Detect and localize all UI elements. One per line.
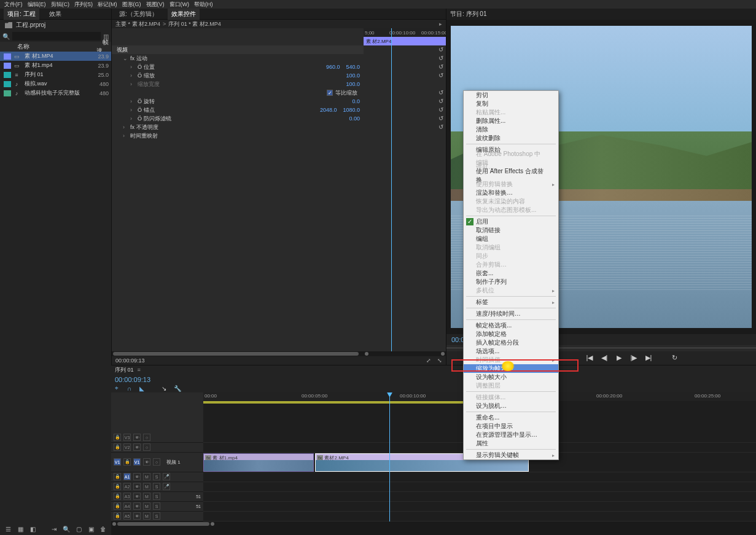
icon-view-icon[interactable]: ▦ bbox=[16, 526, 25, 533]
menu-graphic[interactable]: 图形(G) bbox=[120, 1, 143, 9]
ec-scrollbar[interactable] bbox=[112, 351, 364, 356]
sync-lock-icon[interactable]: ○ bbox=[143, 443, 150, 451]
voiceover-icon[interactable]: 🎤 bbox=[163, 483, 170, 490]
ec-uniform-scale[interactable]: ✓等比缩放 bbox=[112, 88, 364, 97]
eye-icon[interactable]: 👁 bbox=[133, 434, 141, 441]
track-lane-a1[interactable] bbox=[203, 472, 756, 482]
reset-icon[interactable]: ↺ bbox=[437, 123, 445, 131]
ctx-properties[interactable]: 属性 bbox=[464, 439, 558, 448]
track-header-v3[interactable]: 🔒V3👁○ bbox=[111, 433, 203, 443]
timeline-h-scrollbar[interactable] bbox=[111, 521, 756, 526]
twirl-icon[interactable]: › bbox=[130, 98, 136, 104]
track-header-a1[interactable]: 🔒A1👁MS🎤 bbox=[111, 472, 203, 482]
ec-antiflicker[interactable]: ›Ö 防闪烁滤镜0.00 bbox=[112, 114, 364, 123]
twirl-icon[interactable]: › bbox=[130, 64, 136, 70]
ctx-make-offline[interactable]: 设为脱机… bbox=[464, 402, 558, 410]
lock-icon[interactable]: 🔒 bbox=[114, 483, 121, 490]
ec-rotation[interactable]: ›Ö 旋转0.0 bbox=[112, 97, 364, 106]
anchor-y-value[interactable]: 1080.0 bbox=[343, 107, 360, 113]
track-lane-a2[interactable] bbox=[203, 482, 756, 492]
ec-sequence-clip[interactable]: 序列 01 * 素 材2.MP4 bbox=[168, 20, 221, 28]
ctx-unlink[interactable]: 取消链接 bbox=[464, 226, 558, 235]
scrollbar-thumb[interactable] bbox=[117, 522, 209, 526]
lock-icon[interactable]: 🔒 bbox=[114, 512, 121, 520]
pos-y-value[interactable]: 540.0 bbox=[346, 64, 360, 70]
goto-out-icon[interactable]: ▶| bbox=[644, 354, 653, 362]
track-header-a2[interactable]: 🔒A2👁MS🎤 bbox=[111, 482, 203, 492]
lock-icon[interactable]: 🔒 bbox=[114, 493, 121, 500]
lock-icon[interactable]: 🔒 bbox=[123, 458, 131, 466]
clip-context-menu[interactable]: 剪切 复制 粘贴属性... 删除属性... 清除 波纹删除 编辑原始 在 Ado… bbox=[463, 90, 559, 460]
ec-anchor[interactable]: ›Ö 锚点2048.01080.0 bbox=[112, 106, 364, 114]
menu-file[interactable]: 文件(F) bbox=[2, 1, 25, 9]
bin-item[interactable]: ▭素 材1.mp423.9 bbox=[0, 61, 111, 70]
ctx-clear[interactable]: 清除 bbox=[464, 125, 558, 134]
ctx-ripple-delete[interactable]: 波纹删除 bbox=[464, 134, 558, 143]
list-view-icon[interactable]: ☰ bbox=[4, 526, 12, 533]
timeline-clip[interactable]: fx 素 材1.mp4 bbox=[203, 453, 314, 472]
main-menubar[interactable]: 文件(F) 编辑(E) 剪辑(C) 序列(S) 标记(M) 图形(G) 视图(V… bbox=[0, 0, 756, 9]
track-target[interactable]: A3 bbox=[123, 493, 131, 500]
menu-view[interactable]: 视图(V) bbox=[144, 1, 166, 9]
find-icon[interactable]: 🔍 bbox=[62, 526, 71, 533]
twirl-icon[interactable]: › bbox=[130, 115, 136, 122]
freeform-view-icon[interactable]: ◧ bbox=[28, 526, 37, 533]
timeline-tab-menu-icon[interactable]: ≡ bbox=[138, 367, 141, 373]
lock-icon[interactable]: 🔒 bbox=[114, 502, 121, 510]
scrollbar-handle[interactable] bbox=[365, 352, 368, 356]
ctx-enable[interactable]: ✓启用 bbox=[464, 217, 558, 226]
lock-icon[interactable]: 🔒 bbox=[114, 473, 121, 480]
tab-timeline-sequence[interactable]: 序列 01 bbox=[115, 366, 134, 374]
pos-x-value[interactable]: 960.0 bbox=[326, 64, 340, 70]
track-lane-a5[interactable] bbox=[203, 512, 756, 521]
ec-zoom-icon[interactable]: ⤡ bbox=[437, 357, 442, 364]
mute-icon[interactable]: M bbox=[143, 512, 150, 520]
eye-icon[interactable]: 👁 bbox=[143, 458, 150, 466]
ec-master-clip[interactable]: 主要 * 素 材2.MP4 bbox=[115, 20, 160, 28]
track-target[interactable]: A2 bbox=[123, 483, 131, 490]
solo-icon[interactable]: S bbox=[153, 483, 160, 490]
eye-icon[interactable]: 👁 bbox=[133, 483, 141, 490]
track-header-a3[interactable]: 🔒A3👁MS51 bbox=[111, 492, 203, 502]
export-frame-icon[interactable]: ↻ bbox=[669, 354, 679, 362]
bin-item[interactable]: ♪动感科技电子乐完整版480 bbox=[0, 88, 111, 98]
menu-sequence[interactable]: 序列(S) bbox=[72, 1, 95, 9]
reset-icon[interactable]: ↺ bbox=[437, 114, 445, 123]
track-header-a5[interactable]: 🔒A5👁MS bbox=[111, 512, 203, 521]
timeline-timecode[interactable]: 00:00:09:13 bbox=[111, 375, 756, 385]
ctx-cut[interactable]: 剪切 bbox=[464, 91, 558, 100]
insert-icon[interactable]: ↘ bbox=[162, 385, 169, 392]
ctx-rename[interactable]: 重命名... bbox=[464, 413, 558, 422]
ctx-replace-ae[interactable]: 使用 After Effects 合成替换 bbox=[464, 171, 558, 180]
bin-item[interactable]: ≡序列 0125.0 bbox=[0, 70, 111, 79]
ec-zoom-icon[interactable]: ⤢ bbox=[426, 357, 431, 364]
ec-mini-ruler[interactable]: 5;00 00:00:10:00 00:00:15:00 bbox=[364, 28, 446, 37]
ctx-group[interactable]: 编组 bbox=[464, 235, 558, 243]
tab-project[interactable]: 项目: 工程 bbox=[4, 9, 39, 20]
new-item-icon[interactable]: ▣ bbox=[87, 526, 95, 533]
reset-icon[interactable]: ↺ bbox=[437, 71, 445, 80]
sync-lock-icon[interactable]: ○ bbox=[153, 458, 160, 466]
ctx-reveal-in-project[interactable]: 在项目中显示 bbox=[464, 422, 558, 431]
menu-help[interactable]: 帮助(H) bbox=[192, 1, 215, 9]
tab-source-monitor[interactable]: 源:（无剪辑） bbox=[115, 9, 162, 20]
eye-icon[interactable]: 👁 bbox=[133, 502, 141, 510]
marker-tool-icon[interactable]: ◣ bbox=[139, 385, 147, 392]
lock-icon[interactable]: 🔒 bbox=[114, 443, 121, 451]
trash-icon[interactable]: 🗑 bbox=[99, 526, 107, 533]
scrollbar-thumb[interactable] bbox=[113, 352, 359, 356]
tab-effects[interactable]: 效果 bbox=[45, 9, 65, 20]
ec-playhead[interactable] bbox=[391, 28, 392, 356]
scale-value[interactable]: 100.0 bbox=[346, 72, 360, 79]
ctx-reveal-in-explorer[interactable]: 在资源管理器中显示… bbox=[464, 431, 558, 439]
tab-effect-controls[interactable]: 效果控件 bbox=[168, 9, 200, 20]
solo-icon[interactable]: S bbox=[153, 493, 160, 500]
ctx-frame-hold-options[interactable]: 帧定格选项... bbox=[464, 321, 558, 330]
ctx-set-to-frame-size[interactable]: 设为帧大小 bbox=[464, 373, 558, 381]
track-header-v1[interactable]: V1🔒V1👁○视频 1 bbox=[111, 453, 203, 472]
ctx-make-subsequence[interactable]: 制作子序列 bbox=[464, 278, 558, 286]
ec-scale[interactable]: ›Ö 缩放100.0 bbox=[112, 71, 364, 80]
snap-icon[interactable]: ⌖ bbox=[115, 385, 122, 392]
track-target[interactable]: V1 bbox=[133, 458, 141, 466]
zoom-handle[interactable] bbox=[211, 522, 214, 526]
